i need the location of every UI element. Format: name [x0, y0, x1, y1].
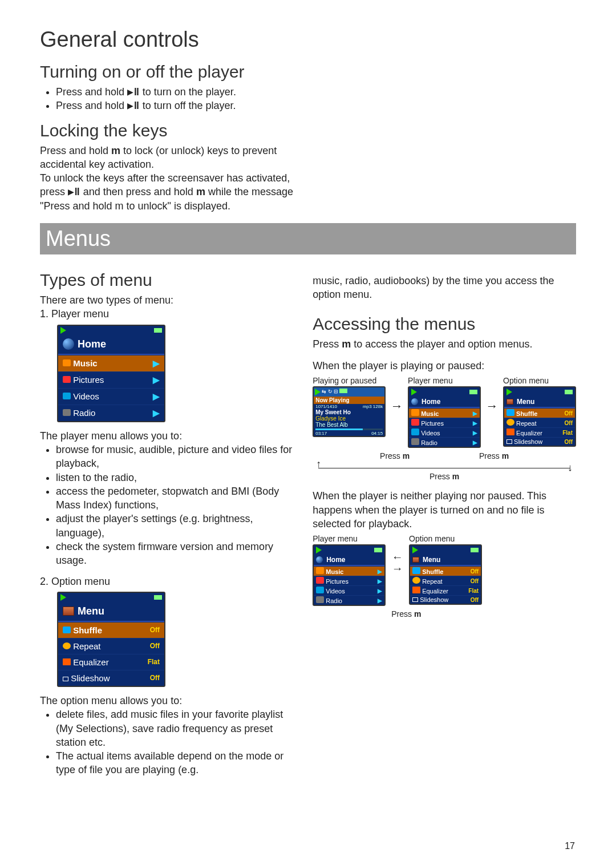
press-m-label: Press m — [378, 451, 412, 460]
battery-icon — [154, 328, 162, 333]
videos-icon — [63, 393, 71, 399]
left-column: Types of menu There are two types of men… — [40, 262, 295, 777]
option-menu-intro: The option menu allows you to: — [40, 694, 295, 708]
flow-label-option-menu: Option menu — [409, 534, 482, 543]
m-key: m — [111, 145, 120, 156]
m-key: m — [196, 186, 205, 197]
shuffle-icon — [63, 626, 71, 633]
play-icon — [60, 327, 66, 334]
play-icon — [411, 389, 417, 395]
menu-shuffle: ShuffleOff — [58, 622, 164, 638]
types-item1: 1. Player menu — [40, 307, 295, 321]
play-icon — [316, 547, 322, 553]
player-menu-intro: The player menu allows you to: — [40, 429, 295, 443]
battery-icon — [374, 548, 382, 552]
option-menu-screenshot: Menu ShuffleOff RepeatOff EqualizerFlat … — [57, 592, 165, 687]
play-icon — [506, 389, 512, 395]
list-item: The actual items available depend on the… — [56, 749, 295, 777]
menu-slideshow: SlideshowOff — [58, 670, 164, 686]
menu-icon — [506, 399, 513, 405]
play-pause-icon: ▶ǁ — [127, 86, 140, 98]
player-menu-screenshot: Home Music▶ Pictures▶ Videos▶ Radio▶ — [57, 325, 165, 422]
now-playing-screenshot: ⇆ ↻ ⊟ Now Playing 1071/1410mp3 128k My S… — [313, 386, 386, 437]
option-menu-list: delete files, add music files in your fa… — [40, 708, 295, 777]
types-intro: There are two types of menu: — [40, 293, 295, 307]
menu-equalizer: EqualizerFlat — [58, 654, 164, 670]
press-m-label: Press m — [477, 451, 511, 460]
chevron-right-icon: ▶ — [153, 375, 160, 385]
option-menu-small2: Menu ShuffleOff RepeatOff EqualizerFlat … — [409, 544, 482, 605]
access-p2: When the player is playing or paused: — [313, 359, 576, 373]
flow-label-playing: Playing or paused — [313, 376, 386, 385]
access-p1: Press m to access the player and option … — [313, 337, 576, 351]
chevron-right-icon: ▶ — [153, 408, 160, 418]
arrow-up-icon: ↑ — [316, 458, 321, 470]
battery-icon — [471, 548, 479, 552]
dsp-icon — [63, 658, 71, 665]
play-icon — [315, 389, 321, 395]
slideshow-icon — [63, 677, 68, 681]
types-item2: 2. Option menu — [40, 575, 295, 588]
option-menu-small: Menu ShuffleOff RepeatOff EqualizerFlat … — [503, 386, 576, 447]
flow-label-player-menu: Player menu — [313, 534, 386, 543]
play-pause-icon: ▶ǁ — [127, 99, 140, 111]
general-controls-heading: General controls — [40, 27, 576, 52]
back-arrow-line: ↑ ↑ — [318, 463, 570, 468]
turning-on-off-heading: Turning on or off the player — [40, 62, 576, 82]
list-item: access the pedometer, stopwatch and BMI … — [56, 484, 295, 512]
bidir-arrow-icon: ←→ — [392, 551, 403, 574]
list-item: listen to the radio, — [56, 471, 295, 484]
player-menu-list: browse for music, audible, picture and v… — [40, 443, 295, 568]
play-icon — [60, 594, 66, 601]
pictures-icon — [63, 376, 71, 383]
turn-off-item: Press and hold ▶ǁ to turn off the player… — [56, 99, 576, 112]
press-m-label: Press m — [391, 609, 576, 619]
battery-icon — [339, 389, 347, 393]
m-key: m — [342, 338, 351, 350]
battery-icon — [565, 390, 573, 394]
menu-pictures: Pictures▶ — [58, 371, 164, 388]
home-icon — [63, 338, 74, 350]
flow-diagram-not-playing: Player menu Home Music▶ Pictures▶ Videos… — [313, 534, 576, 619]
menu-icon — [63, 607, 74, 616]
player-menu-small2: Home Music▶ Pictures▶ Videos▶ Radio▶ — [313, 544, 386, 606]
page-number: 17 — [565, 841, 575, 851]
flow-diagram-playing: Playing or paused ⇆ ↻ ⊟ Now Playing 1071… — [313, 376, 576, 481]
chevron-right-icon: ▶ — [153, 391, 160, 402]
radio-icon — [63, 409, 71, 416]
home-icon — [316, 556, 323, 563]
list-item: check the system firmware version and me… — [56, 540, 295, 568]
locking-keys-heading: Locking the keys — [40, 121, 576, 140]
accessing-menus-heading: Accessing the menus — [313, 314, 576, 334]
menus-heading: Menus — [40, 223, 576, 254]
menu-radio: Radio▶ — [58, 405, 164, 421]
arrow-right-icon: → — [486, 399, 499, 414]
arrow-corner-icon: ↑ — [568, 463, 573, 475]
menu-icon — [412, 557, 419, 563]
turning-on-off-list: Press and hold ▶ǁ to turn on the player.… — [40, 85, 576, 113]
press-m-label: Press m — [313, 472, 576, 481]
menu-repeat: RepeatOff — [58, 638, 164, 654]
flow-label-player-menu: Player menu — [408, 376, 481, 385]
turn-on-item: Press and hold ▶ǁ to turn on the player. — [56, 85, 576, 99]
option-cont: music, radio, audiobooks) by the time yo… — [313, 274, 576, 302]
list-item: browse for music, audible, picture and v… — [56, 443, 295, 471]
arrow-right-icon: → — [391, 399, 403, 414]
list-item: adjust the player's settings (e.g. brigh… — [56, 512, 295, 540]
locking-keys-p2: To unlock the keys after the screensaver… — [40, 171, 308, 213]
access-p3: When the player is neither playing nor p… — [313, 489, 576, 531]
repeat-icon — [63, 642, 71, 649]
list-item: delete files, add music files in your fa… — [56, 708, 295, 749]
home-icon — [411, 398, 418, 405]
types-of-menu-heading: Types of menu — [40, 270, 295, 290]
play-icon — [412, 547, 418, 553]
play-pause-icon: ▶ǁ — [68, 185, 80, 197]
menu-videos: Videos▶ — [58, 388, 164, 405]
battery-icon — [469, 390, 477, 394]
battery-icon — [154, 595, 162, 600]
music-icon — [63, 359, 71, 366]
right-column: music, radio, audiobooks) by the time yo… — [313, 262, 576, 777]
flow-label-option-menu: Option menu — [503, 376, 576, 385]
menu-music: Music▶ — [58, 355, 164, 371]
player-menu-small: Home Music▶ Pictures▶ Videos▶ Radio▶ — [408, 386, 481, 448]
